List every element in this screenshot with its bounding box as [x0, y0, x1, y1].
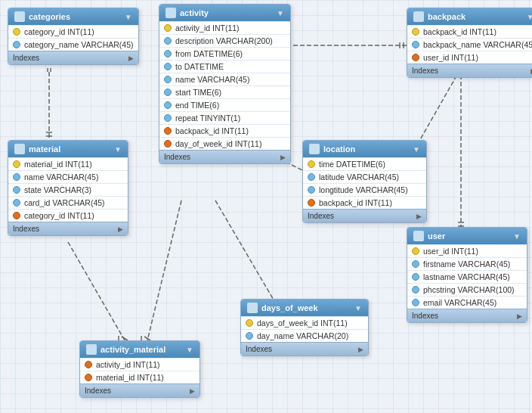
table-icon: [413, 11, 424, 22]
field-activity_id: activity_id INT(11): [159, 21, 290, 34]
field-to: to DATETIME: [159, 60, 290, 73]
table-icon: [14, 11, 25, 22]
pk-icon: [13, 160, 20, 168]
indexes-row[interactable]: Indexes ▶: [8, 51, 138, 64]
table-categories-title: categories: [29, 12, 70, 21]
indexes-arrow-icon[interactable]: ▶: [358, 346, 363, 353]
field-material_id: material_id INT(11): [8, 157, 128, 170]
table-icon: [247, 303, 258, 313]
field-backpack_id: backpack_id INT(11): [407, 25, 532, 38]
indexes-row[interactable]: Indexes ▶: [303, 209, 426, 222]
field-start: start TIME(6): [159, 85, 290, 98]
field-name: name VARCHAR(45): [159, 73, 290, 85]
field-material_id: material_id INT(11): [80, 371, 200, 384]
header-dropdown-icon[interactable]: ▼: [186, 346, 193, 354]
indexes-arrow-icon[interactable]: ▶: [517, 312, 522, 320]
indexes-row[interactable]: Indexes ▶: [241, 342, 368, 356]
indexes-arrow-icon[interactable]: ▶: [280, 154, 286, 161]
table-categories-header: categories ▼: [8, 8, 138, 25]
field-icon: [164, 63, 172, 70]
table-activity-title: activity: [180, 8, 209, 17]
svg-line-25: [147, 200, 181, 340]
indexes-arrow-icon[interactable]: ▶: [128, 54, 134, 62]
field-backpack_id: backpack_id INT(11): [303, 196, 426, 209]
fk-icon: [308, 199, 315, 206]
fk-icon: [164, 140, 172, 148]
field-state: state VARCHAR(3): [8, 183, 128, 196]
field-activity_id: activity_id INT(11): [80, 358, 200, 371]
table-activity-header: activity ▼: [159, 5, 290, 21]
field-latitude: latitude VARCHAR(45): [303, 170, 426, 183]
field-icon: [13, 186, 20, 194]
pk-icon: [308, 160, 315, 168]
indexes-row[interactable]: Indexes ▶: [159, 150, 290, 163]
indexes-label: Indexes: [412, 312, 438, 320]
table-backpack[interactable]: backpack ▼ backpack_id INT(11) backpack_…: [407, 8, 532, 78]
pk-icon: [13, 28, 20, 36]
table-days_of_week[interactable]: days_of_week ▼ days_of_week_id INT(11) d…: [240, 299, 369, 356]
header-dropdown-icon[interactable]: ▼: [114, 145, 122, 154]
header-dropdown-icon[interactable]: ▼: [354, 304, 362, 312]
indexes-row[interactable]: Indexes ▶: [407, 309, 527, 322]
field-icon: [164, 50, 172, 57]
fk-icon: [412, 54, 419, 61]
field-days_of_week_id: days_of_week_id INT(11): [241, 316, 368, 329]
svg-line-17: [215, 200, 280, 310]
table-backpack-header: backpack ▼: [407, 8, 532, 25]
table-location-header: location ▼: [303, 141, 426, 157]
field-icon: [246, 332, 253, 340]
header-dropdown-icon[interactable]: ▼: [277, 9, 284, 17]
field-longtitude: longtitude VARCHAR(45): [303, 183, 426, 196]
table-user-title: user: [428, 231, 445, 241]
field-icon: [13, 173, 20, 181]
field-time: time DATETIME(6): [303, 157, 426, 170]
field-description: description VARCHAR(200): [159, 34, 290, 47]
table-user[interactable]: user ▼ user_id INT(11) firstname VARCHAR…: [407, 227, 527, 323]
table-activity_material-title: activity_material: [101, 345, 165, 354]
field-icon: [13, 199, 20, 206]
indexes-label: Indexes: [85, 387, 111, 395]
table-location[interactable]: location ▼ time DATETIME(6) latitude VAR…: [302, 140, 427, 223]
svg-line-21: [68, 242, 125, 340]
indexes-label: Indexes: [308, 212, 334, 220]
header-dropdown-icon[interactable]: ▼: [413, 145, 420, 154]
field-icon: [308, 173, 315, 181]
pk-icon: [164, 24, 172, 32]
field-icon: [164, 76, 172, 83]
field-user_id: user_id INT(11): [407, 51, 532, 64]
table-activity_material[interactable]: activity_material ▼ activity_id INT(11) …: [79, 340, 200, 398]
indexes-arrow-icon[interactable]: ▶: [416, 213, 422, 220]
field-icon: [164, 114, 172, 122]
table-icon: [14, 144, 25, 154]
indexes-label: Indexes: [13, 225, 39, 233]
field-backpack_id: backpack_id INT(11): [159, 124, 290, 137]
field-firstname: firstname VARCHAR(45): [407, 257, 527, 270]
table-backpack-title: backpack: [428, 12, 466, 21]
field-card_id: card_id VARCHAR(45): [8, 196, 128, 209]
field-icon: [164, 101, 172, 109]
table-activity[interactable]: activity ▼ activity_id INT(11) descripti…: [159, 4, 291, 164]
table-material-title: material: [29, 144, 60, 154]
indexes-row[interactable]: Indexes ▶: [80, 384, 200, 397]
indexes-arrow-icon[interactable]: ▶: [118, 225, 123, 233]
header-dropdown-icon[interactable]: ▼: [527, 13, 532, 21]
indexes-label: Indexes: [164, 153, 190, 161]
table-user-header: user ▼: [407, 228, 527, 244]
field-icon: [412, 260, 419, 268]
field-backpack_name: backpack_name VARCHAR(45): [407, 38, 532, 51]
indexes-arrow-icon[interactable]: ▶: [190, 387, 195, 395]
field-category_id: category_id INT(11): [8, 209, 128, 222]
field-icon: [308, 186, 315, 194]
header-dropdown-icon[interactable]: ▼: [513, 232, 521, 241]
field-category_id: category_id INT(11): [8, 25, 138, 38]
table-material[interactable]: material ▼ material_id INT(11) name VARC…: [8, 140, 128, 236]
indexes-row[interactable]: Indexes ▶: [8, 222, 128, 235]
indexes-label: Indexes: [13, 54, 39, 62]
indexes-label: Indexes: [412, 67, 438, 75]
header-dropdown-icon[interactable]: ▼: [125, 13, 132, 21]
field-phcstring: phcstring VARCHAR(100): [407, 283, 527, 296]
table-location-title: location: [323, 144, 355, 154]
field-day_of_week_id: day_of_week_id INT(11): [159, 137, 290, 150]
indexes-row[interactable]: Indexes ▶: [407, 64, 532, 77]
table-categories[interactable]: categories ▼ category_id INT(11) categor…: [8, 8, 139, 65]
